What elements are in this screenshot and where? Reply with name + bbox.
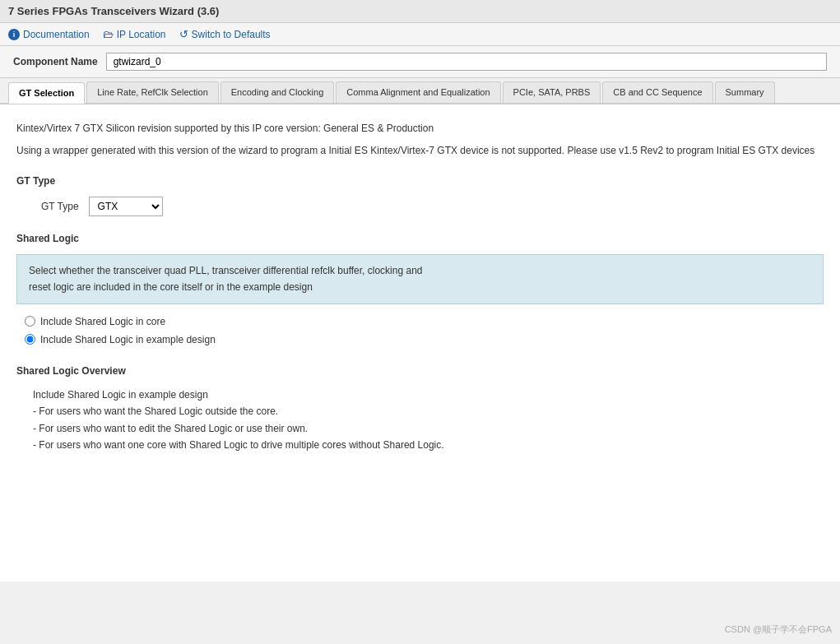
tabs-container: GT Selection Line Rate, RefClk Selection… bbox=[0, 78, 840, 104]
shared-logic-overview-section: Shared Logic Overview Include Shared Log… bbox=[16, 365, 824, 454]
folder-icon: 🗁 bbox=[103, 28, 114, 40]
radio-option-core[interactable]: Include Shared Logic in core bbox=[16, 316, 824, 327]
tab-encoding[interactable]: Encoding and Clocking bbox=[220, 81, 335, 103]
info-line1: Kintex/Virtex 7 GTX Silicon revision sup… bbox=[16, 121, 824, 137]
shared-logic-info-line1: Select whether the transceiver quad PLL,… bbox=[29, 265, 423, 276]
tab-pcie[interactable]: PCIe, SATA, PRBS bbox=[503, 81, 601, 103]
gt-type-section: GT Type GT Type GTX GTH GTP bbox=[16, 175, 824, 216]
radio-example-label: Include Shared Logic in example design bbox=[40, 334, 216, 345]
shared-logic-info-box: Select whether the transceiver quad PLL,… bbox=[16, 254, 824, 303]
refresh-icon: ↺ bbox=[179, 28, 188, 40]
overview-content: Include Shared Logic in example design -… bbox=[16, 387, 824, 454]
gt-type-select[interactable]: GTX GTH GTP bbox=[89, 197, 163, 216]
radio-core-label: Include Shared Logic in core bbox=[40, 316, 165, 327]
info-line2: Using a wrapper generated with this vers… bbox=[16, 143, 824, 159]
gt-type-header: GT Type bbox=[16, 175, 824, 187]
shared-logic-section: Shared Logic Select whether the transcei… bbox=[16, 233, 824, 345]
tab-line-rate[interactable]: Line Rate, RefClk Selection bbox=[86, 81, 219, 103]
component-name-input[interactable] bbox=[106, 53, 827, 71]
toolbar: i Documentation 🗁 IP Location ↺ Switch t… bbox=[0, 23, 840, 46]
overview-line4: - For users who want one core with Share… bbox=[33, 437, 824, 453]
documentation-button[interactable]: i Documentation bbox=[8, 29, 90, 40]
app-title: 7 Series FPGAs Transceivers Wizard (3.6) bbox=[8, 5, 219, 17]
tab-summary[interactable]: Summary bbox=[715, 81, 775, 103]
overview-line3: - For users who want to edit the Shared … bbox=[33, 420, 824, 437]
tab-comma[interactable]: Comma Alignment and Equalization bbox=[336, 81, 500, 103]
documentation-label: Documentation bbox=[23, 29, 90, 40]
shared-logic-info-line2: reset logic are included in the core its… bbox=[29, 281, 313, 293]
switch-defaults-label: Switch to Defaults bbox=[192, 29, 271, 40]
radio-include-in-example[interactable] bbox=[25, 334, 35, 345]
shared-logic-overview-header: Shared Logic Overview bbox=[16, 365, 824, 377]
tab-gt-selection[interactable]: GT Selection bbox=[8, 82, 85, 104]
component-name-label: Component Name bbox=[13, 56, 98, 67]
overview-line2: - For users who want the Shared Logic ou… bbox=[33, 403, 824, 419]
overview-line1: Include Shared Logic in example design bbox=[33, 387, 824, 403]
switch-defaults-button[interactable]: ↺ Switch to Defaults bbox=[179, 28, 271, 40]
ip-location-label: IP Location bbox=[117, 29, 166, 40]
radio-option-example[interactable]: Include Shared Logic in example design bbox=[16, 334, 824, 345]
info-icon: i bbox=[8, 29, 20, 40]
radio-include-in-core[interactable] bbox=[25, 316, 35, 327]
ip-location-button[interactable]: 🗁 IP Location bbox=[103, 28, 166, 40]
shared-logic-header: Shared Logic bbox=[16, 233, 824, 244]
main-content: Kintex/Virtex 7 GTX Silicon revision sup… bbox=[0, 104, 840, 581]
component-name-bar: Component Name bbox=[0, 46, 840, 78]
gt-type-label: GT Type bbox=[41, 201, 79, 212]
gt-type-row: GT Type GTX GTH GTP bbox=[16, 197, 824, 216]
title-bar: 7 Series FPGAs Transceivers Wizard (3.6) bbox=[0, 0, 840, 23]
info-section: Kintex/Virtex 7 GTX Silicon revision sup… bbox=[16, 121, 824, 159]
tab-cb-cc[interactable]: CB and CC Sequence bbox=[602, 81, 712, 103]
